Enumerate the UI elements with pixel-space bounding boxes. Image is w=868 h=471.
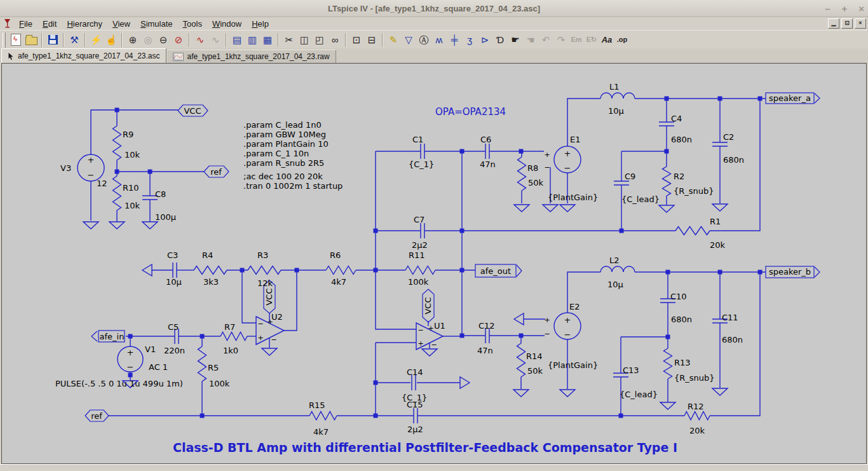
menu-hierarchy[interactable]: Hierarchy	[62, 18, 107, 29]
save-button[interactable]	[45, 32, 60, 48]
tile-vertical-button[interactable]: ▥	[245, 32, 260, 48]
inductor-button[interactable]: ʒ	[462, 32, 477, 48]
capacitor-button[interactable]: ╪	[447, 32, 462, 48]
toolbar-separator	[382, 33, 383, 47]
new-schematic-button[interactable]	[8, 32, 24, 48]
wire-icon: ✎	[390, 35, 398, 44]
resistor-button[interactable]: ʍ	[431, 32, 447, 48]
mdi-minimize-button[interactable]: ▁	[828, 18, 839, 29]
zoom-out-button[interactable]: ⊖	[156, 32, 171, 48]
menu-help[interactable]: Help	[247, 18, 274, 29]
diode-icon: ⊳	[481, 35, 489, 44]
menu-window[interactable]: Window	[207, 18, 247, 29]
cascade-button[interactable]: ▦	[260, 32, 275, 48]
toolbar-separator	[63, 33, 64, 47]
spice-directive-button[interactable]: .op	[614, 32, 630, 48]
menu-tools[interactable]: Tools	[178, 18, 207, 29]
zoom-in-button[interactable]: ⊕	[125, 32, 140, 48]
schematic-canvas[interactable]	[1, 63, 867, 464]
run-icon: ⚡	[90, 35, 102, 44]
component-icon: Ɗ	[496, 35, 504, 44]
menu-file[interactable]: File	[14, 18, 37, 29]
drag-icon: ☚	[526, 35, 534, 44]
wire-button[interactable]: ✎	[386, 32, 401, 48]
paste-button[interactable]: ◰	[312, 32, 327, 48]
toolbar-separator	[345, 33, 346, 47]
cascade-icon: ▦	[263, 35, 272, 44]
diode-button[interactable]: ⊳	[477, 32, 492, 48]
control-panel-button[interactable]: ⚒	[67, 32, 82, 48]
waveform-icon: ∿	[196, 35, 205, 44]
cursor-icon	[8, 52, 14, 60]
component-button[interactable]: Ɗ	[492, 32, 508, 48]
toolbar-separator	[278, 33, 279, 47]
label-icon: Ⓐ	[419, 35, 429, 44]
menu-edit[interactable]: Edit	[37, 18, 62, 29]
tile-horizontal-icon: ▤	[233, 35, 241, 44]
save-icon	[48, 35, 58, 44]
capacitor-icon: ╪	[451, 35, 458, 44]
move-button[interactable]: ☛	[508, 32, 523, 48]
open-icon	[25, 37, 37, 45]
find-icon: ∞	[332, 35, 339, 44]
text-button[interactable]: Aa	[599, 32, 614, 48]
window-maximize-button[interactable]: +	[841, 3, 847, 14]
move-icon: ☛	[511, 35, 519, 44]
toolbar-separator	[85, 33, 86, 47]
tile-horizontal-button[interactable]: ▤	[229, 32, 245, 48]
status-bar	[0, 464, 868, 471]
toolbar-separator	[226, 33, 227, 47]
text-icon: Aa	[602, 36, 613, 44]
tab-waveform-label: afe_type1_1khz_square_2017_04_23.raw	[187, 52, 330, 61]
zoom-extents-button[interactable]: ⊘	[171, 32, 186, 48]
halt-icon: ☝	[105, 35, 118, 44]
resistor-icon: ʍ	[436, 35, 443, 44]
rotate-button[interactable]: E↻	[584, 32, 599, 48]
run-button[interactable]: ⚡	[88, 32, 104, 48]
waveform-alt-button[interactable]: ∿	[208, 32, 223, 48]
toolbar-separator	[121, 33, 123, 47]
waveform-button[interactable]: ∿	[193, 32, 208, 48]
undo-button[interactable]: ↶	[538, 32, 553, 48]
control-panel-icon: ⚒	[70, 35, 78, 44]
toolbar-handle	[3, 32, 6, 48]
redo-button[interactable]: ↷	[553, 32, 569, 48]
mdi-close-button[interactable]: ×	[855, 18, 866, 29]
cut-button[interactable]: ✂	[281, 32, 297, 48]
window-title: LTspice IV - [afe_type1_1khz_square_2017…	[328, 4, 540, 13]
label-button[interactable]: Ⓐ	[416, 32, 431, 48]
copy-button[interactable]: ◫	[297, 32, 312, 48]
waveform-icon	[173, 53, 184, 61]
rotate-icon: E↻	[587, 36, 597, 43]
spice-directive-icon: .op	[617, 36, 628, 43]
tab-schematic-label: afe_type1_1khz_square_2017_04_23.asc	[18, 51, 160, 60]
window-minimize-button[interactable]: –	[825, 3, 830, 14]
menu-simulate[interactable]: Simulate	[135, 18, 178, 29]
menu-view[interactable]: View	[107, 18, 135, 29]
print-icon: ⊟	[368, 35, 376, 44]
drag-button[interactable]: ☚	[523, 32, 538, 48]
find-button[interactable]: ∞	[327, 32, 342, 48]
window-close-button[interactable]: ×	[858, 3, 864, 14]
tab-bar: afe_type1_1khz_square_2017_04_23.asc afe…	[0, 48, 868, 63]
mirror-button[interactable]: Em	[569, 32, 584, 48]
tile-vertical-icon: ▥	[248, 35, 257, 44]
mdi-restore-button[interactable]: ⊡	[841, 18, 853, 29]
print-preview-icon: ⊡	[353, 35, 361, 44]
menu-bar: FileEditHierarchyViewSimulateToolsWindow…	[0, 17, 868, 30]
print-button[interactable]: ⊟	[364, 32, 379, 48]
open-button[interactable]	[24, 32, 39, 48]
toolbar-separator	[41, 33, 43, 47]
zoom-extents-icon: ⊘	[175, 35, 183, 44]
ground-button[interactable]: ▽	[401, 32, 416, 48]
paste-icon: ◰	[315, 35, 324, 44]
print-preview-button[interactable]: ⊡	[349, 32, 364, 48]
halt-button[interactable]: ☝	[104, 32, 119, 48]
tab-schematic[interactable]: afe_type1_1khz_square_2017_04_23.asc	[1, 48, 166, 63]
zoom-page-icon: ◎	[144, 35, 152, 44]
zoom-page-button[interactable]: ◎	[140, 32, 156, 48]
waveform-alt-icon: ∿	[212, 35, 220, 44]
redo-icon: ↷	[557, 35, 566, 44]
copy-icon: ◫	[300, 35, 309, 44]
tab-waveform[interactable]: afe_type1_1khz_square_2017_04_23.raw	[166, 50, 336, 63]
